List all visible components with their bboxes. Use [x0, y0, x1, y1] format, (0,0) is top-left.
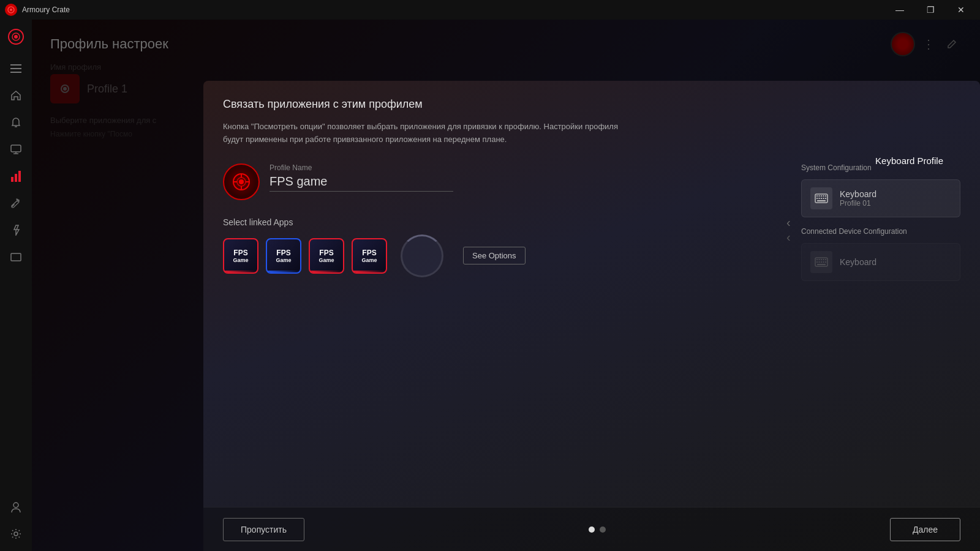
titlebar-left: Armoury Crate — [5, 4, 70, 16]
connected-device-section: ‹ — [801, 243, 960, 281]
next-button[interactable]: Далее — [890, 518, 960, 541]
pagination-dots — [589, 527, 606, 533]
sidebar-item-menu[interactable] — [4, 56, 28, 81]
svg-rect-7 — [10, 72, 21, 73]
svg-rect-48 — [821, 261, 822, 263]
spinner-area — [401, 234, 443, 277]
fps-app-icon-4[interactable]: FPS Game — [352, 238, 387, 274]
svg-rect-31 — [821, 195, 822, 197]
sidebar-logo — [4, 24, 28, 49]
chevron-left-2-button[interactable]: ‹ — [786, 230, 791, 244]
profile-logo — [223, 163, 260, 200]
sidebar-item-notifications[interactable] — [4, 110, 28, 135]
fps-app-icon-2[interactable]: FPS Game — [266, 238, 301, 274]
connected-keyboard-info: Keyboard — [840, 257, 876, 267]
svg-point-23 — [239, 179, 244, 184]
svg-rect-37 — [823, 198, 824, 199]
sidebar-item-display[interactable] — [4, 245, 28, 269]
keyboard-profile-name: Profile 01 — [840, 199, 876, 208]
sidebar-item-lighting[interactable] — [4, 218, 28, 242]
skip-button[interactable]: Пропустить — [223, 518, 304, 541]
sidebar-item-settings[interactable] — [4, 522, 28, 546]
profile-name-value: FPS game — [270, 174, 453, 192]
dot-2 — [600, 527, 606, 533]
keyboard-config-info: Keyboard Profile 01 — [840, 189, 876, 208]
svg-point-1 — [10, 9, 12, 11]
svg-rect-39 — [817, 200, 826, 201]
svg-rect-44 — [823, 259, 824, 260]
svg-rect-12 — [11, 177, 13, 182]
left-panel: Profile Name FPS game Select linked Apps… — [223, 163, 789, 281]
svg-rect-49 — [823, 261, 824, 263]
profile-info-row: Profile Name FPS game — [223, 163, 789, 200]
keyboard-profile-label: Keyboard Profile — [875, 154, 943, 167]
dialog: Связать приложения с этим профилем Кнопк… — [203, 81, 980, 551]
minimize-button[interactable]: — — [886, 0, 914, 20]
connected-keyboard-icon-box — [810, 251, 832, 273]
keyboard-profile-float: Keyboard Profile — [875, 154, 943, 167]
svg-point-17 — [14, 532, 18, 536]
connected-keyboard-card: Keyboard — [801, 243, 960, 281]
svg-rect-45 — [825, 259, 826, 260]
svg-rect-36 — [821, 198, 822, 199]
svg-point-16 — [13, 503, 18, 508]
dot-1 — [589, 527, 595, 533]
app-body: Профиль настроек ⋮ Имя профиля — [0, 20, 980, 551]
sidebar — [0, 20, 32, 551]
select-apps-label: Select linked Apps — [223, 217, 789, 227]
fps-app-icon-3[interactable]: FPS Game — [309, 238, 344, 274]
svg-rect-47 — [819, 261, 820, 263]
svg-rect-33 — [825, 195, 826, 197]
sidebar-item-user[interactable] — [4, 495, 28, 519]
svg-rect-15 — [11, 253, 21, 261]
svg-rect-46 — [816, 261, 818, 263]
profile-logo-inner — [223, 163, 260, 200]
profile-name-label-dialog: Profile Name — [270, 163, 789, 172]
dialog-description: Кнопка "Посмотреть опции" позволяет выбр… — [223, 121, 639, 146]
profile-name-area: Profile Name FPS game — [270, 163, 789, 192]
close-button[interactable]: ✕ — [947, 0, 975, 20]
svg-rect-51 — [817, 264, 826, 265]
keyboard-config-card: Keyboard Profile 01 — [801, 179, 960, 217]
svg-rect-43 — [821, 259, 822, 260]
sidebar-item-performance[interactable] — [4, 164, 28, 189]
svg-rect-50 — [825, 261, 826, 263]
svg-rect-13 — [15, 174, 17, 182]
connected-device-label: Connected Device Configuration — [801, 227, 960, 236]
svg-rect-34 — [816, 198, 818, 199]
svg-rect-32 — [823, 195, 824, 197]
svg-rect-14 — [18, 171, 21, 182]
app-title: Armoury Crate — [22, 6, 70, 14]
keyboard-device-name: Keyboard — [840, 189, 876, 199]
chevron-left-button[interactable]: ‹ — [786, 215, 791, 229]
svg-rect-42 — [819, 259, 820, 260]
dialog-heading: Связать приложения с этим профилем — [223, 98, 960, 111]
keyboard-icon-box — [810, 187, 832, 209]
svg-rect-6 — [10, 68, 21, 69]
svg-rect-41 — [816, 259, 818, 260]
main-content: Профиль настроек ⋮ Имя профиля — [32, 20, 980, 551]
svg-rect-5 — [10, 64, 21, 66]
sidebar-item-home[interactable] — [4, 83, 28, 108]
dialog-inner: Profile Name FPS game Select linked Apps… — [223, 163, 960, 281]
svg-rect-9 — [11, 145, 21, 152]
maximize-button[interactable]: ❐ — [916, 0, 944, 20]
sidebar-item-monitor[interactable] — [4, 137, 28, 162]
svg-rect-38 — [825, 198, 826, 199]
see-options-button[interactable]: See Options — [463, 247, 526, 264]
dialog-footer: Пропустить Далее — [203, 507, 980, 551]
apps-row: FPS Game FPS Game FPS Game — [223, 234, 789, 277]
svg-rect-29 — [816, 195, 818, 197]
svg-rect-30 — [819, 195, 820, 197]
svg-point-4 — [14, 35, 18, 39]
fps-app-icon-1[interactable]: FPS Game — [223, 238, 258, 274]
dialog-body: Связать приложения с этим профилем Кнопк… — [203, 81, 980, 507]
right-panel: ‹ System Configuration — [801, 163, 960, 281]
sidebar-item-tools[interactable] — [4, 191, 28, 216]
svg-rect-35 — [819, 198, 820, 199]
titlebar: Armoury Crate — ❐ ✕ — [0, 0, 980, 20]
window-controls: — ❐ ✕ — [886, 0, 975, 20]
app-logo — [5, 4, 17, 16]
connected-keyboard-name: Keyboard — [840, 257, 876, 267]
